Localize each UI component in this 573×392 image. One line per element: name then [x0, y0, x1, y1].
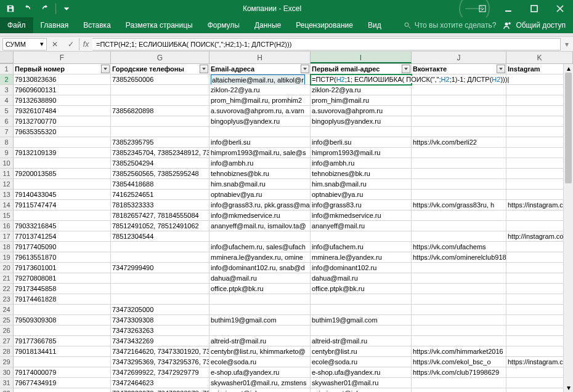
confirm-formula-icon[interactable]: ✓: [63, 38, 79, 50]
cell-G5[interactable]: 73856820898: [111, 106, 209, 116]
cell-F12[interactable]: [14, 179, 111, 190]
cell-J23[interactable]: [412, 294, 506, 305]
cell-F15[interactable]: [14, 210, 111, 221]
cell-G27[interactable]: 73473432269: [111, 336, 209, 346]
row-header-18[interactable]: 18: [0, 242, 14, 252]
cell-G3[interactable]: [111, 85, 209, 95]
share-button[interactable]: Общий доступ: [496, 21, 573, 30]
table-header-H[interactable]: Email-адреса: [209, 64, 311, 74]
row-header-25[interactable]: 25: [0, 315, 14, 326]
cell-G23[interactable]: [111, 294, 209, 305]
cell-I17[interactable]: [311, 231, 412, 242]
cell-G22[interactable]: [111, 284, 209, 294]
cell-F25[interactable]: 79509309308: [14, 315, 111, 326]
cell-I19[interactable]: mminera.le@yandex.ru: [311, 252, 412, 263]
filter-dropdown-icon[interactable]: [200, 65, 208, 73]
cell-J21[interactable]: [412, 273, 506, 284]
tab-данные[interactable]: Данные: [247, 17, 288, 33]
cell-H19[interactable]: mminera.le@yandex.ru, omine: [209, 252, 311, 263]
tab-рецензирование[interactable]: Рецензирование: [288, 17, 360, 33]
cell-J22[interactable]: [412, 284, 506, 294]
cell-F18[interactable]: 79177405090: [14, 242, 111, 252]
cell-I11[interactable]: tehnobiznes@bk.ru: [311, 169, 412, 179]
cell-I13[interactable]: optnabiev@ya.ru: [311, 190, 412, 200]
cell-I30[interactable]: e-shop.ufa@yandex.ru: [311, 367, 412, 378]
cell-I25[interactable]: buthim19@gmail.com: [311, 315, 412, 326]
row-header-29[interactable]: 29: [0, 357, 14, 367]
cell-J9[interactable]: [412, 148, 506, 158]
cell-J10[interactable]: [412, 158, 506, 169]
cell-F10[interactable]: [14, 158, 111, 169]
cell-J24[interactable]: [412, 305, 506, 315]
cell-G13[interactable]: 74162524651: [111, 190, 209, 200]
cell-I27[interactable]: altreid-str@mail.ru: [311, 336, 412, 346]
cell-H15[interactable]: info@mkmedservice.ru: [209, 210, 311, 221]
table-header-I[interactable]: Первый email-адрес: [311, 64, 412, 74]
cell-H20[interactable]: info@dominant102.ru, snab@d: [209, 263, 311, 273]
row-header-14[interactable]: 14: [0, 200, 14, 210]
row-header-9[interactable]: 9: [0, 148, 14, 158]
cell-I29[interactable]: ecole@soda.ru: [311, 357, 412, 367]
cell-H14[interactable]: info@grass83.ru, pkk.grass@ma: [209, 200, 311, 210]
cell-H24[interactable]: [209, 305, 311, 315]
cell-G28[interactable]: 73472164620, 73473301920, 7347: [111, 346, 209, 357]
cell-H2[interactable]: altaichemie@mail.ru, altikol@r: [209, 74, 311, 85]
column-header-F[interactable]: F: [14, 52, 111, 63]
row-header-4[interactable]: 4: [0, 95, 14, 106]
cell-I21[interactable]: dahua@mail.ru: [311, 273, 412, 284]
column-header-H[interactable]: H: [209, 52, 311, 63]
row-header-21[interactable]: 21: [0, 273, 14, 284]
cell-J32[interactable]: [412, 388, 506, 392]
cell-F24[interactable]: [14, 305, 111, 315]
cell-H17[interactable]: [209, 231, 311, 242]
cell-H29[interactable]: ecole@soda.ru: [209, 357, 311, 367]
cell-H11[interactable]: tehnobiznes@bk.ru: [209, 169, 311, 179]
cell-H13[interactable]: optnabiev@ya.ru: [209, 190, 311, 200]
row-header-24[interactable]: 24: [0, 305, 14, 315]
maximize-icon[interactable]: [521, 0, 547, 17]
cell-H5[interactable]: a.suvorova@ahprom.ru, a.varn: [209, 106, 311, 116]
cell-H26[interactable]: [209, 326, 311, 336]
row-header-19[interactable]: 19: [0, 252, 14, 263]
tab-главная[interactable]: Главная: [33, 17, 76, 33]
tab-формулы[interactable]: Формулы: [200, 17, 247, 33]
row-header-23[interactable]: 23: [0, 294, 14, 305]
cell-I7[interactable]: [311, 127, 412, 137]
cell-F22[interactable]: 79173445858: [14, 284, 111, 294]
chevron-down-icon[interactable]: ▾: [40, 40, 44, 48]
row-header-13[interactable]: 13: [0, 190, 14, 200]
cell-F13[interactable]: 79140433045: [14, 190, 111, 200]
cell-G21[interactable]: [111, 273, 209, 284]
cell-H10[interactable]: info@ambh.ru: [209, 158, 311, 169]
cell-J29[interactable]: https://vk.com/ekol_bsc_o: [412, 357, 506, 367]
cell-H7[interactable]: [209, 127, 311, 137]
cell-H22[interactable]: office.ptpk@bk.ru: [209, 284, 311, 294]
tab-вид[interactable]: Вид: [360, 17, 389, 33]
row-header-3[interactable]: 3: [0, 85, 14, 95]
cell-J6[interactable]: [412, 116, 506, 127]
cell-I26[interactable]: [311, 326, 412, 336]
cell-G30[interactable]: 73472699922, 73472929779: [111, 367, 209, 378]
cell-H21[interactable]: dahua@mail.ru: [209, 273, 311, 284]
cell-J31[interactable]: [412, 378, 506, 388]
name-box[interactable]: СУММ ▾: [2, 38, 47, 50]
cell-F7[interactable]: 79635355320: [14, 127, 111, 137]
cell-G16[interactable]: 78512491052, 78512491062: [111, 221, 209, 231]
row-header-32[interactable]: 32: [0, 388, 14, 392]
tab-file[interactable]: Файл: [0, 17, 33, 33]
cell-H9[interactable]: himprom1993@mail.ru, sale@s: [209, 148, 311, 158]
cell-I18[interactable]: info@ufachem.ru: [311, 242, 412, 252]
column-header-G[interactable]: G: [111, 52, 209, 63]
cell-J15[interactable]: [412, 210, 506, 221]
cell-H32[interactable]: azia-invest@inbox.ru: [209, 388, 311, 392]
cell-I28[interactable]: centybr@list.ru: [311, 346, 412, 357]
cell-G25[interactable]: 73473309308: [111, 315, 209, 326]
table-header-J[interactable]: Вконтакте: [412, 64, 506, 74]
cell-J26[interactable]: [412, 326, 506, 336]
row-header-12[interactable]: 12: [0, 179, 14, 190]
column-header-I[interactable]: I: [311, 52, 412, 63]
table-header-G[interactable]: Городские телефоны: [111, 64, 209, 74]
qat-customize-icon[interactable]: [59, 1, 75, 16]
filter-dropdown-icon[interactable]: [301, 65, 309, 73]
cell-F20[interactable]: 79173601001: [14, 263, 111, 273]
